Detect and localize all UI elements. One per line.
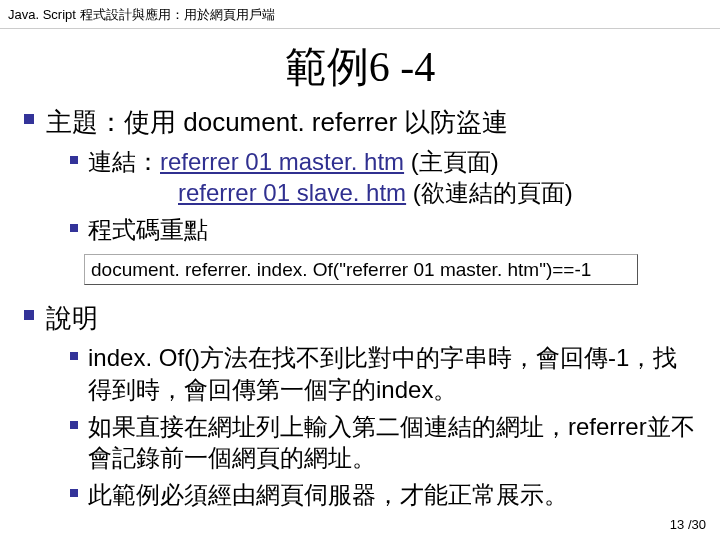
link-prefix: 連結： [88,148,160,175]
code-label: 程式碼重點 [88,214,700,245]
slide-content: 主題：使用 document. referrer 以防盜連 連結：referre… [0,105,720,510]
page-total: 30 [692,517,706,532]
slide-title: 範例6 -4 [0,39,720,95]
link-slave-note: (欲連結的頁面) [406,179,573,206]
explain-text-1: index. Of()方法在找不到比對中的字串時，會回傳-1，找得到時，會回傳第… [88,342,700,404]
list-item: 如果直接在網址列上輸入第二個連結的網址，referrer並不會記錄前一個網頁的網… [70,411,700,473]
explain-label: 說明 [46,301,700,336]
link-line: 連結：referrer 01 master. htm (主頁面) [88,146,700,177]
explain-text-2: 如果直接在網址列上輸入第二個連結的網址，referrer並不會記錄前一個網頁的網… [88,411,700,473]
topic-item: 主題：使用 document. referrer 以防盜連 連結：referre… [24,105,700,293]
page-number: 13 /30 [670,517,706,532]
link-master[interactable]: referrer 01 master. htm [160,148,404,175]
link-item: 連結：referrer 01 master. htm (主頁面) referre… [70,146,700,208]
link-line-2: referrer 01 slave. htm (欲連結的頁面) [70,177,700,208]
explain-item: 說明 index. Of()方法在找不到比對中的字串時，會回傳-1，找得到時，會… [24,301,700,510]
square-bullet-icon [70,352,78,360]
page-sep: / [684,517,691,532]
square-bullet-icon [70,224,78,232]
list-item: index. Of()方法在找不到比對中的字串時，會回傳-1，找得到時，會回傳第… [70,342,700,404]
link-slave[interactable]: referrer 01 slave. htm [178,179,406,206]
square-bullet-icon [70,489,78,497]
square-bullet-icon [70,156,78,164]
square-bullet-icon [70,421,78,429]
square-bullet-icon [24,114,34,124]
list-item: 此範例必須經由網頁伺服器，才能正常展示。 [70,479,700,510]
slide-header: Java. Script 程式設計與應用：用於網頁用戶端 [0,0,720,29]
square-bullet-icon [24,310,34,320]
explain-text-3: 此範例必須經由網頁伺服器，才能正常展示。 [88,479,700,510]
page-current: 13 [670,517,684,532]
slide: Java. Script 程式設計與應用：用於網頁用戶端 範例6 -4 主題：使… [0,0,720,540]
topic-text: 主題：使用 document. referrer 以防盜連 [46,105,700,140]
link-master-note: (主頁面) [404,148,499,175]
code-box: document. referrer. index. Of("referrer … [84,254,638,286]
code-item: 程式碼重點 [70,214,700,245]
